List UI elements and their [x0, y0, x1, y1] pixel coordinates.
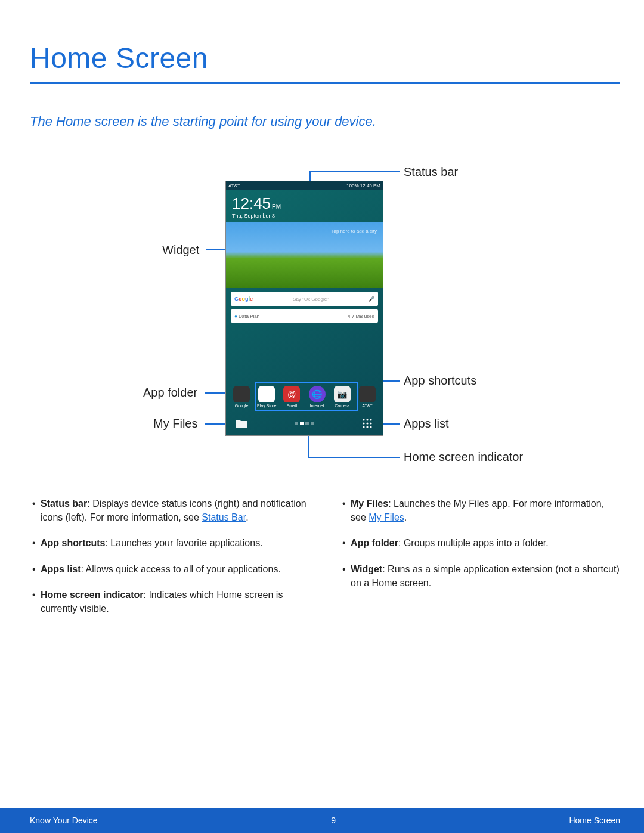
- device-screenshot: AT&T 100% 12:45 PM 12:45PM Thu, Septembe…: [225, 181, 383, 436]
- bullet-item: Apps list: Allows quick access to all of…: [30, 562, 310, 576]
- app-att-folder: AT&T: [357, 386, 378, 408]
- description-columns: Status bar: Displays device status icons…: [30, 497, 620, 627]
- svg-point-6: [363, 426, 364, 428]
- data-plan-used: 4.7 MB used: [348, 314, 374, 319]
- page-title: Home Screen: [30, 42, 620, 75]
- app-play-store: ▶ Play Store: [256, 386, 277, 408]
- my-files-icon: [234, 416, 249, 431]
- label-widget: Widget: [162, 243, 199, 257]
- bullet-item: Status bar: Displays device status icons…: [30, 497, 310, 524]
- apps-list-icon: [360, 416, 374, 431]
- label-apps-list: Apps list: [404, 417, 449, 431]
- svg-point-3: [363, 422, 364, 424]
- mic-icon: 🎤: [369, 296, 374, 302]
- svg-point-2: [370, 419, 371, 420]
- home-screen-indicator: [295, 422, 314, 425]
- svg-point-7: [366, 426, 368, 428]
- clock-ampm: PM: [272, 203, 281, 210]
- bullet-term: Status bar: [41, 498, 87, 509]
- label-my-files: My Files: [153, 417, 197, 431]
- google-logo: Google: [234, 296, 253, 302]
- bullet-item: Home screen indicator: Indicates which H…: [30, 588, 310, 615]
- bullet-item: App shortcuts: Launches your favorite ap…: [30, 536, 310, 550]
- app-email: @ Email: [281, 386, 302, 408]
- bullet-term: App folder: [351, 538, 398, 548]
- bullet-term: My Files: [351, 498, 388, 509]
- data-plan-widget: ● Data Plan 4.7 MB used: [231, 309, 378, 323]
- footer-section: Know Your Device: [30, 816, 98, 825]
- bullet-item: Widget: Runs as a simple application ext…: [340, 562, 620, 590]
- title-rule: [30, 82, 620, 84]
- inline-link[interactable]: Status Bar: [202, 512, 246, 522]
- google-search-widget: Google Say "Ok Google" 🎤: [231, 292, 378, 306]
- app-google-folder: Google: [231, 386, 252, 408]
- app-label-google: Google: [235, 404, 249, 408]
- clock-time: 12:45: [232, 194, 271, 212]
- clock-widget: 12:45PM Thu, September 8: [226, 190, 383, 222]
- google-hint: Say "Ok Google": [293, 296, 329, 302]
- bottom-row: [226, 416, 383, 431]
- intro-text: The Home screen is the starting point fo…: [30, 114, 620, 129]
- app-label-camera: Camera: [335, 404, 349, 408]
- app-camera: 📷 Camera: [332, 386, 353, 408]
- label-status-bar: Status bar: [404, 165, 458, 179]
- app-label-email: Email: [287, 404, 298, 408]
- page-footer: Know Your Device 9 Home Screen: [0, 808, 644, 833]
- inline-link[interactable]: My Files: [369, 512, 404, 522]
- app-label-playstore: Play Store: [257, 404, 276, 408]
- bullet-item: My Files: Launches the My Files app. For…: [340, 497, 620, 524]
- bullet-term: Widget: [351, 564, 382, 574]
- label-app-shortcuts: App shortcuts: [404, 374, 476, 388]
- bullet-term: App shortcuts: [41, 538, 105, 548]
- annotated-diagram: Status bar Widget App folder My Files Ap…: [30, 165, 620, 493]
- app-internet: 🌐 Internet: [306, 386, 328, 408]
- svg-point-4: [366, 422, 368, 424]
- app-label-internet: Internet: [310, 404, 324, 408]
- data-plan-label: Data Plan: [239, 314, 259, 319]
- bullet-term: Home screen indicator: [41, 590, 144, 600]
- phone-status-bar: AT&T 100% 12:45 PM: [226, 181, 383, 190]
- status-right: 100% 12:45 PM: [346, 183, 380, 188]
- bullet-item: App folder: Groups multiple apps into a …: [340, 536, 620, 550]
- svg-point-8: [370, 426, 371, 428]
- svg-point-0: [363, 419, 364, 420]
- app-dock: Google ▶ Play Store @ Email 🌐 Internet 📷…: [231, 386, 378, 408]
- footer-topic: Home Screen: [569, 816, 620, 825]
- svg-point-1: [366, 419, 368, 420]
- carrier-label: AT&T: [228, 183, 240, 188]
- left-column: Status bar: Displays device status icons…: [30, 497, 310, 627]
- clock-date: Thu, September 8: [226, 213, 383, 222]
- label-home-indicator: Home screen indicator: [404, 450, 523, 464]
- bullet-term: Apps list: [41, 564, 81, 574]
- app-label-att: AT&T: [362, 404, 372, 408]
- wallpaper: Tap here to add a city: [226, 222, 383, 288]
- footer-page-number: 9: [331, 816, 336, 825]
- svg-point-5: [370, 422, 371, 424]
- add-city-hint: Tap here to add a city: [332, 228, 377, 234]
- label-app-folder: App folder: [143, 386, 197, 400]
- right-column: My Files: Launches the My Files app. For…: [340, 497, 620, 627]
